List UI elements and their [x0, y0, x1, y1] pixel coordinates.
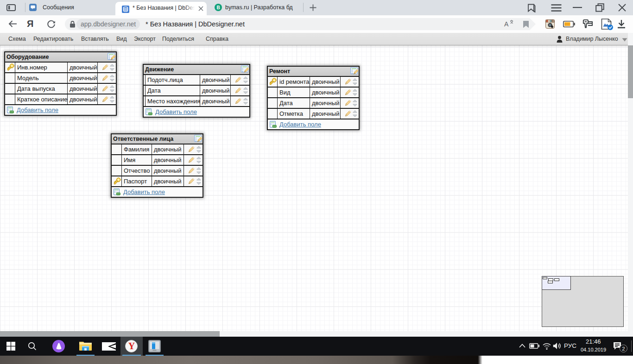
svg-text:B: B — [216, 5, 220, 10]
